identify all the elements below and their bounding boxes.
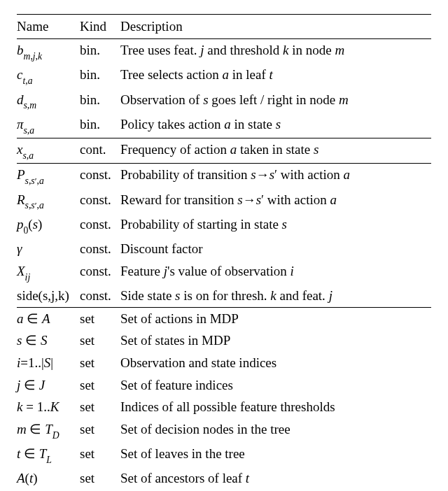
table-row: k = 1..KsetIndices of all possible featu… <box>17 396 431 418</box>
cell-name: A(t) <box>17 467 80 490</box>
table-row: xs,acont.Frequency of action a taken in … <box>17 138 431 164</box>
cell-desc: Set of actions in MDP <box>120 307 431 329</box>
notation-table: Name Kind Description bm,j,kbin.Tree use… <box>17 14 431 491</box>
cell-kind: bin. <box>80 39 120 64</box>
cell-desc: Set of states in MDP <box>120 329 431 352</box>
cell-desc: Discount factor <box>120 238 431 260</box>
table-body: bm,j,kbin.Tree uses feat. j and threshol… <box>17 39 431 492</box>
cell-kind: set <box>80 329 120 352</box>
cell-kind: set <box>80 352 120 374</box>
table-row: j ∈ JsetSet of feature indices <box>17 374 431 397</box>
cell-name: Rs,s′,a <box>17 189 80 213</box>
cell-name: j ∈ J <box>17 374 80 397</box>
cell-name: πs,a <box>17 113 80 138</box>
table-row: ct,abin.Tree selects action a in leaf t <box>17 64 431 88</box>
cell-kind: bin. <box>80 64 120 88</box>
table-row: πs,abin.Policy takes action a in state s <box>17 113 431 138</box>
cell-desc: Observation of s goes left / right in no… <box>120 89 431 113</box>
cell-name: ds,m <box>17 89 80 113</box>
cell-name: ct,a <box>17 64 80 88</box>
cell-desc: Set of feature indices <box>120 374 431 397</box>
cell-name: bm,j,k <box>17 39 80 64</box>
cell-desc: Set of ancestors of leaf t <box>120 467 431 490</box>
cell-kind: set <box>80 443 120 467</box>
cell-desc: Feature j's value of observation i <box>120 260 431 285</box>
table-row: Rs,s′,aconst.Reward for transition s→s′ … <box>17 189 431 213</box>
table-row: Xijconst.Feature j's value of observatio… <box>17 260 431 285</box>
cell-kind: const. <box>80 238 120 260</box>
header-desc: Description <box>120 15 431 39</box>
table-row: Ps,s′,aconst.Probability of transition s… <box>17 164 431 189</box>
cell-name: i=1..|S| <box>17 352 80 374</box>
table-header-row: Name Kind Description <box>17 15 431 39</box>
cell-name: side(s,j,k) <box>17 285 80 307</box>
cell-kind: bin. <box>80 89 120 113</box>
table-row: γconst.Discount factor <box>17 238 431 260</box>
cell-name: xs,a <box>17 138 80 164</box>
cell-kind: set <box>80 418 120 443</box>
cell-kind: const. <box>80 260 120 285</box>
cell-desc: Indices of all possible feature threshol… <box>120 396 431 418</box>
cell-name: Xij <box>17 260 80 285</box>
table-row: i=1..|S|setObservation and state indices <box>17 352 431 374</box>
table-row: ds,mbin.Observation of s goes left / rig… <box>17 89 431 113</box>
cell-name: a ∈ A <box>17 307 80 329</box>
cell-kind: const. <box>80 285 120 307</box>
cell-name: m ∈ TD <box>17 418 80 443</box>
cell-desc: Reward for transition s→s′ with action a <box>120 189 431 213</box>
cell-desc: Tree uses feat. j and threshold k in nod… <box>120 39 431 64</box>
cell-name: k = 1..K <box>17 396 80 418</box>
cell-desc: Frequency of action a taken in state s <box>120 138 431 164</box>
table-row: a ∈ AsetSet of actions in MDP <box>17 307 431 329</box>
cell-name: t ∈ TL <box>17 443 80 467</box>
cell-kind: const. <box>80 189 120 213</box>
cell-desc: Probability of transition s→s′ with acti… <box>120 164 431 189</box>
cell-desc: Set of leaves in the tree <box>120 443 431 467</box>
cell-kind: set <box>80 396 120 418</box>
table-row: m ∈ TDsetSet of decision nodes in the tr… <box>17 418 431 443</box>
header-name: Name <box>17 15 80 39</box>
cell-desc: Tree selects action a in leaf t <box>120 64 431 88</box>
table-row: A(t)setSet of ancestors of leaf t <box>17 467 431 490</box>
cell-kind: const. <box>80 213 120 238</box>
cell-desc: Probability of starting in state s <box>120 213 431 238</box>
cell-desc: Side state s is on for thresh. k and fea… <box>120 285 431 307</box>
table-row: side(s,j,k)const.Side state s is on for … <box>17 285 431 307</box>
table-row: bm,j,kbin.Tree uses feat. j and threshol… <box>17 39 431 64</box>
cell-kind: set <box>80 374 120 397</box>
cell-name: γ <box>17 238 80 260</box>
table-row: s ∈ SsetSet of states in MDP <box>17 329 431 352</box>
cell-kind: set <box>80 467 120 490</box>
cell-desc: Set of decision nodes in the tree <box>120 418 431 443</box>
table-row: t ∈ TLsetSet of leaves in the tree <box>17 443 431 467</box>
cell-kind: bin. <box>80 113 120 138</box>
table-row: p0(s)const.Probability of starting in st… <box>17 213 431 238</box>
cell-desc: Observation and state indices <box>120 352 431 374</box>
cell-name: p0(s) <box>17 213 80 238</box>
cell-kind: const. <box>80 164 120 189</box>
header-kind: Kind <box>80 15 120 39</box>
cell-kind: set <box>80 307 120 329</box>
cell-name: s ∈ S <box>17 329 80 352</box>
cell-desc: Policy takes action a in state s <box>120 113 431 138</box>
cell-kind: cont. <box>80 138 120 164</box>
cell-name: Ps,s′,a <box>17 164 80 189</box>
